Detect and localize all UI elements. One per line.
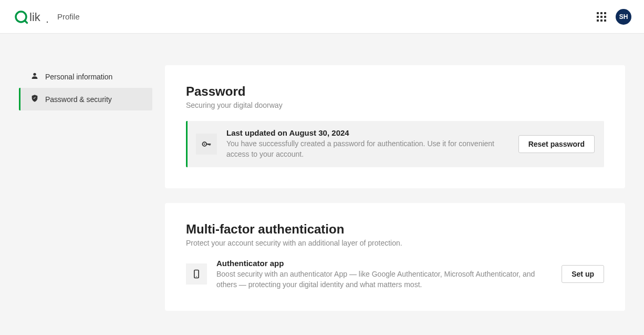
mobile-icon: [186, 263, 207, 285]
key-icon: [196, 134, 217, 155]
sidebar-item-label: Personal information: [45, 73, 112, 81]
apps-grid-icon[interactable]: [597, 12, 606, 22]
header-left: lik Profile: [15, 9, 80, 24]
svg-line-1: [25, 21, 27, 23]
mfa-subtitle: Protect your account security with an ad…: [186, 239, 604, 247]
page-title: Profile: [57, 12, 80, 21]
app-header: lik Profile SH: [0, 0, 644, 34]
main: Password Securing your digital doorway L…: [152, 34, 644, 326]
shield-icon: [30, 94, 39, 104]
svg-text:lik: lik: [29, 11, 41, 24]
sidebar-item-password-security[interactable]: Password & security: [19, 88, 152, 110]
qlik-logo[interactable]: lik: [15, 9, 49, 24]
person-icon: [30, 72, 39, 82]
authenticator-title: Authenticator app: [216, 259, 552, 268]
svg-point-3: [47, 21, 48, 22]
svg-rect-8: [210, 144, 211, 146]
password-status-text: Last updated on August 30, 2024 You have…: [226, 128, 509, 160]
svg-point-6: [204, 144, 205, 145]
avatar[interactable]: SH: [616, 9, 631, 25]
authenticator-text: Authenticator app Boost security with an…: [216, 259, 552, 290]
authenticator-desc: Boost security with an authenticator App…: [216, 269, 552, 290]
sidebar: Personal information Password & security: [0, 34, 152, 326]
mfa-card: Multi-factor authentication Protect your…: [165, 203, 625, 311]
header-right: SH: [597, 9, 631, 25]
setup-mfa-button[interactable]: Set up: [562, 265, 604, 283]
password-last-updated: Last updated on August 30, 2024: [226, 128, 509, 137]
content: Personal information Password & security…: [0, 34, 644, 326]
sidebar-item-label: Password & security: [45, 95, 112, 104]
svg-point-4: [33, 73, 36, 76]
svg-rect-9: [208, 144, 209, 145]
svg-point-11: [196, 277, 197, 278]
password-status-desc: You have successfully created a password…: [226, 138, 509, 160]
password-card: Password Securing your digital doorway L…: [165, 65, 625, 188]
reset-password-button[interactable]: Reset password: [518, 135, 595, 153]
password-title: Password: [186, 84, 604, 99]
authenticator-row: Authenticator app Boost security with an…: [186, 259, 604, 290]
sidebar-item-personal-information[interactable]: Personal information: [19, 65, 152, 88]
password-subtitle: Securing your digital doorway: [186, 101, 604, 109]
password-status-row: Last updated on August 30, 2024 You have…: [186, 121, 604, 167]
mfa-title: Multi-factor authentication: [186, 222, 604, 237]
